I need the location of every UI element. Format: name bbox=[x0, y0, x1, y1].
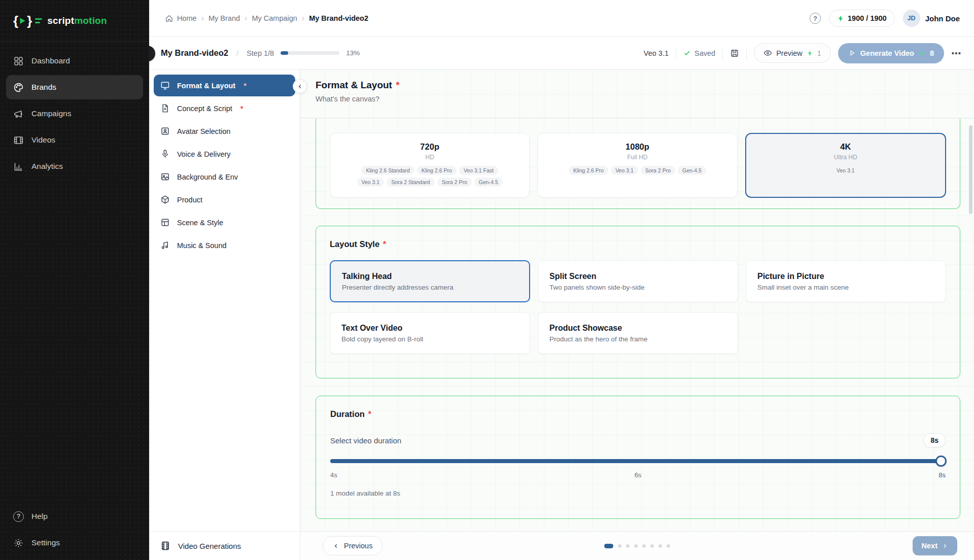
previous-button[interactable]: Previous bbox=[323, 536, 382, 555]
model-tags: Kling 2.6 Pro Veo 3.1 Sora 2 Pro Gen-4.5 bbox=[551, 166, 723, 175]
resolution-card-720p[interactable]: 720p HD Kling 2.6 Standard Kling 2.6 Pro… bbox=[330, 133, 530, 198]
nav-item-campaigns[interactable]: Campaigns bbox=[6, 101, 143, 126]
microphone-icon bbox=[160, 149, 170, 159]
step-label: Avatar Selection bbox=[177, 127, 230, 135]
required-marker: * bbox=[244, 82, 247, 90]
step-item-voice-delivery[interactable]: Voice & Delivery bbox=[154, 143, 295, 165]
video-generations-link[interactable]: Video Generations bbox=[149, 531, 300, 560]
scale-mid: 6s bbox=[635, 471, 642, 479]
help-icon[interactable]: ? bbox=[810, 13, 821, 24]
step-item-format-layout[interactable]: Format & Layout* bbox=[154, 75, 295, 96]
save-button[interactable] bbox=[730, 49, 739, 58]
nav-item-analytics[interactable]: Analytics bbox=[6, 154, 143, 179]
collapse-steps-button[interactable] bbox=[293, 79, 307, 93]
home-icon bbox=[165, 14, 173, 23]
layout-card-desc: Presenter directly addresses camera bbox=[342, 284, 529, 291]
step-dot-8[interactable] bbox=[667, 544, 670, 548]
play-icon bbox=[848, 49, 856, 57]
generate-video-button[interactable]: Generate Video 8 bbox=[838, 43, 944, 63]
slider-thumb[interactable] bbox=[935, 456, 947, 467]
preview-button[interactable]: Preview 1 bbox=[754, 43, 831, 63]
next-button[interactable]: Next bbox=[913, 536, 957, 555]
nav-label: Campaigns bbox=[31, 109, 71, 118]
slider-track[interactable] bbox=[330, 459, 946, 463]
gear-icon bbox=[13, 538, 24, 548]
step-label: Concept & Script bbox=[177, 104, 232, 113]
page-header: Format & Layout * What's the canvas? bbox=[300, 69, 974, 118]
step-label: Background & Env bbox=[177, 173, 238, 181]
resolution-card-1080p[interactable]: 1080p Full HD Kling 2.6 Pro Veo 3.1 Sora… bbox=[537, 133, 737, 198]
required-marker: * bbox=[383, 239, 386, 249]
chevron-right-icon: › bbox=[245, 14, 247, 23]
step-dot-6[interactable] bbox=[650, 544, 654, 548]
nav-label: Videos bbox=[31, 135, 55, 145]
step-content: 720p HD Kling 2.6 Standard Kling 2.6 Pro… bbox=[300, 119, 974, 531]
step-item-concept-script[interactable]: Concept & Script* bbox=[154, 97, 295, 119]
step-item-avatar-selection[interactable]: Avatar Selection bbox=[154, 120, 295, 142]
layout-card-product-showcase[interactable]: Product Showcase Product as the hero of … bbox=[538, 312, 738, 354]
step-dot-4[interactable] bbox=[634, 544, 638, 548]
step-label: Product bbox=[177, 196, 202, 204]
logo-brace-right: } bbox=[27, 14, 32, 27]
resolution-title: 4K bbox=[840, 142, 851, 152]
app-logo[interactable]: { } scriptmotion bbox=[0, 0, 149, 42]
main-nav: Dashboard Brands Campaigns Videos Analyt… bbox=[0, 42, 149, 179]
step-dot-1[interactable] bbox=[604, 544, 613, 548]
bar-chart-icon bbox=[13, 161, 24, 172]
step-item-scene-style[interactable]: Scene & Style bbox=[154, 212, 295, 233]
model-tag: Veo 3.1 bbox=[357, 178, 385, 187]
duration-value-badge: 8s bbox=[923, 433, 946, 447]
nav-item-dashboard[interactable]: Dashboard bbox=[6, 49, 143, 73]
megaphone-icon bbox=[13, 109, 24, 119]
logo-icon: { } bbox=[13, 14, 42, 27]
nav-item-help[interactable]: ? Help bbox=[6, 504, 143, 529]
step-dot-2[interactable] bbox=[618, 544, 621, 548]
user-name: John Doe bbox=[925, 14, 960, 23]
layout-card-desc: Two panels shown side-by-side bbox=[549, 284, 738, 291]
duration-slider[interactable] bbox=[330, 456, 946, 467]
step-item-product[interactable]: Product bbox=[154, 189, 295, 211]
check-icon bbox=[683, 49, 691, 57]
model-tag: Kling 2.6 Pro bbox=[417, 166, 457, 175]
breadcrumb-campaign[interactable]: My Campaign bbox=[252, 14, 297, 22]
model-tag: Kling 2.6 Standard bbox=[361, 166, 414, 175]
logo-text: scriptmotion bbox=[47, 15, 107, 26]
play-icon bbox=[19, 17, 26, 24]
step-dot-3[interactable] bbox=[626, 544, 630, 548]
layout-card-picture-in-picture[interactable]: Picture in Picture Small inset over a ma… bbox=[746, 260, 946, 302]
step-dot-7[interactable] bbox=[658, 544, 662, 548]
palette-icon bbox=[13, 82, 24, 93]
layout-card-talking-head[interactable]: Talking Head Presenter directly addresse… bbox=[330, 260, 530, 302]
nav-item-brands[interactable]: Brands bbox=[6, 75, 143, 99]
model-tags: Kling 2.6 Standard Kling 2.6 Pro Veo 3.1… bbox=[330, 166, 529, 187]
model-tag: Sora 2 Pro bbox=[437, 178, 472, 187]
layout-style-title: Layout Style * bbox=[330, 239, 946, 249]
breadcrumb-brand[interactable]: My Brand bbox=[208, 14, 240, 22]
step-counter: Step 1/8 bbox=[247, 49, 274, 57]
video-generations-label: Video Generations bbox=[178, 542, 241, 550]
layout-card-text-over-video[interactable]: Text Over Video Bold copy layered on B-r… bbox=[330, 312, 530, 354]
step-item-music-sound[interactable]: Music & Sound bbox=[154, 234, 295, 256]
step-dot-5[interactable] bbox=[642, 544, 646, 548]
chevron-right-icon bbox=[942, 543, 948, 549]
model-tag: Veo 3.1 Fast bbox=[459, 166, 498, 175]
chevron-right-icon: › bbox=[201, 14, 204, 23]
nav-label: Settings bbox=[31, 538, 60, 547]
model-tag: Sora 2 Pro bbox=[641, 166, 675, 175]
resolution-card-4k[interactable]: 4K Ultra HD Veo 3.1 bbox=[745, 133, 946, 198]
breadcrumb-home[interactable]: Home bbox=[165, 14, 197, 23]
user-menu[interactable]: JD John Doe bbox=[903, 10, 960, 27]
model-tags: Veo 3.1 bbox=[815, 166, 877, 175]
step-label: Music & Sound bbox=[177, 241, 227, 250]
nav-item-videos[interactable]: Videos bbox=[6, 128, 143, 152]
required-marker: * bbox=[396, 80, 399, 90]
preview-cost: 1 bbox=[817, 49, 821, 57]
layout-card-split-screen[interactable]: Split Screen Two panels shown side-by-si… bbox=[538, 260, 738, 302]
more-options-button[interactable]: ⋯ bbox=[951, 47, 962, 59]
step-item-background-env[interactable]: Background & Env bbox=[154, 166, 295, 188]
scrollbar-thumb[interactable] bbox=[969, 125, 972, 214]
duration-scale: 4s 6s 8s bbox=[330, 471, 946, 479]
nav-item-settings[interactable]: Settings bbox=[6, 531, 143, 555]
credits-badge[interactable]: 1900 / 1900 bbox=[829, 10, 895, 27]
layout-card-desc: Small inset over a main scene bbox=[757, 284, 946, 291]
